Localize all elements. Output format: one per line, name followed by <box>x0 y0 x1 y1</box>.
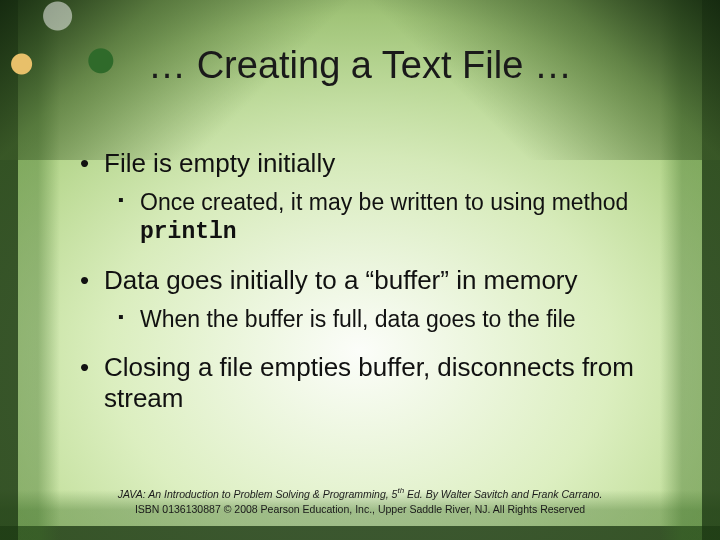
footer-line-1: JAVA: An Introduction to Problem Solving… <box>0 485 720 502</box>
bullet-1: File is empty initially Once created, it… <box>78 148 658 247</box>
footer-book-title: JAVA: An Introduction to Problem Solving… <box>118 488 398 500</box>
bullet-2-sub: When the buffer is full, data goes to th… <box>118 305 658 334</box>
bullet-3: Closing a file empties buffer, disconnec… <box>78 352 658 415</box>
slide: … Creating a Text File … File is empty i… <box>0 0 720 540</box>
code-println: println <box>140 219 237 245</box>
slide-body: File is empty initially Once created, it… <box>78 148 658 423</box>
footer-line-2: ISBN 0136130887 © 2008 Pearson Education… <box>0 502 720 518</box>
footer-authors: Ed. By Walter Savitch and Frank Carrano. <box>404 488 602 500</box>
bullet-2-sub-text: When the buffer is full, data goes to th… <box>140 306 576 332</box>
slide-footer: JAVA: An Introduction to Problem Solving… <box>0 485 720 518</box>
bullet-1-text: File is empty initially <box>104 148 335 178</box>
slide-title: … Creating a Text File … <box>0 44 720 87</box>
bullet-2-text: Data goes initially to a “buffer” in mem… <box>104 265 578 295</box>
bullet-1-sub: Once created, it may be written to using… <box>118 188 658 248</box>
bullet-1-sub-text: Once created, it may be written to using… <box>140 189 628 215</box>
bullet-3-text: Closing a file empties buffer, disconnec… <box>104 352 634 414</box>
bullet-2: Data goes initially to a “buffer” in mem… <box>78 265 658 333</box>
